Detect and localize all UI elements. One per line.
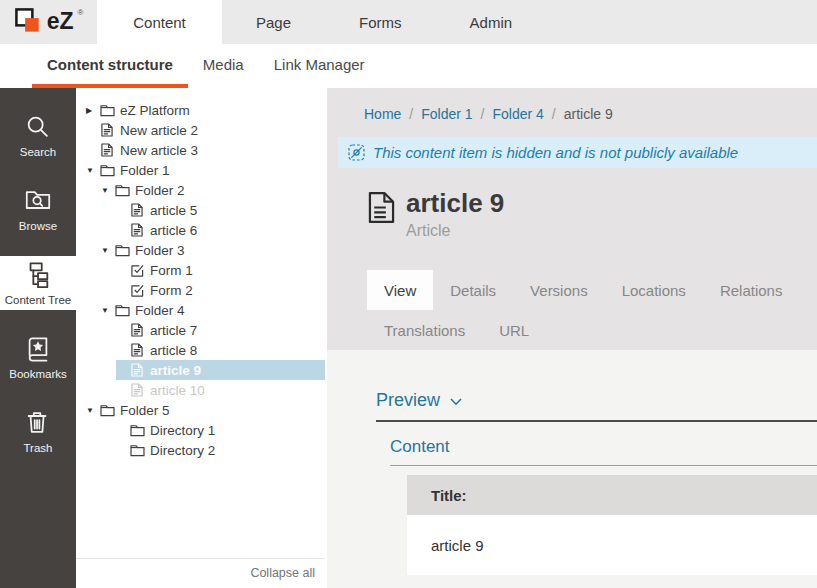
expand-arrow-icon[interactable]: ▼ xyxy=(86,406,99,415)
content-tab[interactable]: View xyxy=(367,270,433,310)
secondary-nav-tab[interactable]: Link Manager xyxy=(259,44,380,88)
tree-item[interactable]: article 10 xyxy=(116,380,325,400)
tree-item-label: Form 1 xyxy=(150,263,193,278)
tree-item-label: article 10 xyxy=(150,383,205,398)
tree-item[interactable]: article 7 xyxy=(116,320,325,340)
primary-nav-tab-label: Admin xyxy=(470,14,513,31)
left-sidebar: Search Browse Content Tree Bookmarks xyxy=(0,88,76,588)
sidebar-item-search[interactable]: Search xyxy=(0,108,76,162)
tree-item[interactable]: ▼ Folder 4 xyxy=(101,300,325,320)
primary-nav-tab[interactable]: Forms xyxy=(325,0,436,44)
article-icon xyxy=(129,363,145,378)
expand-arrow-icon[interactable]: ▶ xyxy=(86,106,99,115)
folder-icon xyxy=(129,423,145,438)
chevron-down-icon xyxy=(450,398,462,406)
tree-item[interactable]: article 6 xyxy=(116,220,325,240)
tree-item[interactable]: New article 2 xyxy=(86,120,325,140)
secondary-nav-tab-label: Link Manager xyxy=(274,56,365,73)
content-tab[interactable]: Locations xyxy=(605,270,703,310)
breadcrumb-item[interactable]: Folder 1 xyxy=(421,106,472,122)
sidebar-item-label: Content Tree xyxy=(5,294,71,306)
primary-nav: Content Page Forms Admin xyxy=(97,0,546,44)
content-tab[interactable]: Versions xyxy=(513,270,605,310)
primary-nav-tab-label: Forms xyxy=(359,14,402,31)
preview-section-toggle[interactable]: Preview xyxy=(376,390,817,422)
expand-arrow-icon[interactable]: ▼ xyxy=(101,246,114,255)
tree-item[interactable]: article 8 xyxy=(116,340,325,360)
content-tab[interactable]: URL xyxy=(482,310,546,350)
tree-item[interactable]: ▼ Folder 5 xyxy=(86,400,325,420)
content-section-heading: Content xyxy=(390,437,817,466)
breadcrumb-item: / xyxy=(409,106,413,122)
form-icon xyxy=(129,263,145,278)
folder-icon xyxy=(99,163,115,178)
tree-item[interactable]: ▼ Folder 2 xyxy=(101,180,325,200)
expand-arrow-icon[interactable]: ▼ xyxy=(86,166,99,175)
logo-text: eZ xyxy=(47,7,74,35)
article-icon xyxy=(129,343,145,358)
expand-arrow-icon[interactable]: ▼ xyxy=(101,306,114,315)
article-type-icon xyxy=(368,191,395,224)
bookmarks-icon xyxy=(24,335,52,363)
content-tab-label: URL xyxy=(499,322,529,339)
secondary-nav-tab[interactable]: Media xyxy=(188,44,259,88)
hidden-content-notice: This content item is hidden and is not p… xyxy=(338,137,817,168)
main-content: Home / Folder 1 / Folder 4 / article 9 xyxy=(327,88,817,588)
tree-item-label: article 7 xyxy=(150,323,197,338)
tree-item[interactable]: Form 2 xyxy=(116,280,325,300)
article-icon xyxy=(129,383,145,398)
folder-icon xyxy=(114,303,130,318)
ez-logo[interactable]: eZ ® xyxy=(0,0,97,44)
secondary-nav: Content structure Media Link Manager xyxy=(0,44,817,88)
tree-item-label: Folder 5 xyxy=(120,403,170,418)
tree-item-label: New article 2 xyxy=(120,123,198,138)
top-bar: eZ ® Content Page Forms Admin xyxy=(0,0,817,44)
sidebar-item-label: Browse xyxy=(19,220,57,232)
expand-arrow-icon[interactable]: ▼ xyxy=(101,186,114,195)
sidebar-item-browse[interactable]: Browse xyxy=(0,182,76,236)
content-tab-label: Versions xyxy=(530,282,588,299)
sidebar-item-label: Search xyxy=(20,146,56,158)
form-icon xyxy=(129,283,145,298)
tree-item[interactable]: article 5 xyxy=(116,200,325,220)
breadcrumb-item: article 9 xyxy=(564,106,613,122)
content-type-label: Article xyxy=(406,222,504,240)
sidebar-item-bookmarks[interactable]: Bookmarks xyxy=(0,330,76,384)
content-tab[interactable]: Translations xyxy=(367,310,482,350)
ez-logo-icon xyxy=(14,7,43,36)
sidebar-item-content-tree[interactable]: Content Tree xyxy=(0,256,76,310)
tree-item[interactable]: ▼ Folder 3 xyxy=(101,240,325,260)
tree-item-label: Folder 4 xyxy=(135,303,185,318)
primary-nav-tab[interactable]: Content xyxy=(97,0,222,44)
tree-item-label: article 5 xyxy=(150,203,197,218)
breadcrumb-item[interactable]: Folder 4 xyxy=(493,106,544,122)
content-tab[interactable]: Relations xyxy=(703,270,800,310)
tree-item[interactable]: Form 1 xyxy=(116,260,325,280)
preview-label: Preview xyxy=(376,390,440,411)
sidebar-item-trash[interactable]: Trash xyxy=(0,404,76,458)
field-value: article 9 xyxy=(407,515,817,575)
tree-item[interactable]: Directory 1 xyxy=(116,420,325,440)
tree-item[interactable]: Directory 2 xyxy=(116,440,325,460)
browse-icon xyxy=(24,187,52,215)
secondary-nav-tab[interactable]: Content structure xyxy=(32,44,188,88)
tree-item-label: New article 3 xyxy=(120,143,198,158)
article-icon xyxy=(129,323,145,338)
tree-item[interactable]: New article 3 xyxy=(86,140,325,160)
collapse-all-button[interactable]: Collapse all xyxy=(76,558,325,588)
article-icon xyxy=(129,223,145,238)
primary-nav-tab[interactable]: Page xyxy=(222,0,325,44)
breadcrumb-item[interactable]: Home xyxy=(364,106,401,122)
tree-item[interactable]: ▼ Folder 1 xyxy=(86,160,325,180)
tree-item-label: article 9 xyxy=(150,363,201,378)
hidden-eye-icon xyxy=(348,144,365,161)
trash-icon xyxy=(24,409,52,437)
content-tab[interactable]: Details xyxy=(433,270,513,310)
tree-item[interactable]: article 9 xyxy=(116,360,325,380)
content-tab-label: View xyxy=(384,282,416,299)
field-table: Title: article 9 xyxy=(407,475,817,575)
primary-nav-tab[interactable]: Admin xyxy=(436,0,547,44)
folder-icon xyxy=(114,183,130,198)
content-tab-label: Relations xyxy=(720,282,783,299)
tree-item[interactable]: ▶ eZ Platform xyxy=(86,100,325,120)
